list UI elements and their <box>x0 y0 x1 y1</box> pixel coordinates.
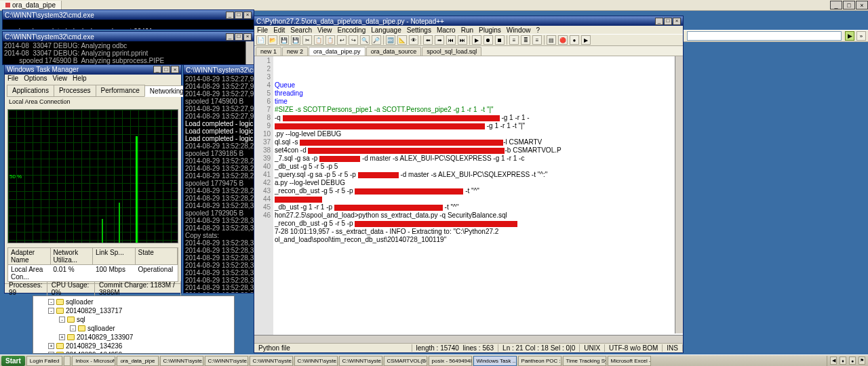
address-bar[interactable] <box>687 31 842 41</box>
toolbar-button[interactable]: ⬅ <box>423 35 433 45</box>
expand-icon[interactable]: + <box>48 352 54 354</box>
tree-node[interactable]: -20140829_133717 <box>48 306 233 315</box>
toolbar-button[interactable]: 📋 <box>314 35 323 45</box>
toolbar-button[interactable]: 👁 <box>409 35 418 45</box>
toolbar-button[interactable]: ≡ <box>509 35 519 45</box>
menu-item[interactable]: Plugins <box>479 26 501 34</box>
menu-item[interactable]: Macro <box>437 26 456 34</box>
tab-processes[interactable]: Processes <box>54 85 96 96</box>
taskbar-button[interactable]: Inbox - Microsoft... <box>72 356 115 366</box>
menu-item[interactable]: Help <box>73 75 87 82</box>
editor-pane[interactable]: 1234567891037383940414243444546 Queuethr… <box>254 56 683 343</box>
toolbar-button[interactable]: ≡ <box>532 35 542 45</box>
taskbar-button[interactable]: posix - 56494948... <box>429 356 472 366</box>
taskbar-button[interactable]: Pantheon POC :... <box>518 356 561 366</box>
file-tab[interactable]: new 1 <box>256 47 281 56</box>
close-icon[interactable]: × <box>243 12 252 19</box>
tray-icon[interactable]: ⚑ <box>859 357 865 365</box>
toolbar-button[interactable]: 🔴 <box>558 35 568 45</box>
expand-icon[interactable]: - <box>59 317 65 323</box>
column-header[interactable]: Network Utiliza... <box>51 248 94 264</box>
taskbar-button[interactable]: C:\WINNT\syste... <box>205 356 248 366</box>
start-button[interactable]: Start <box>1 356 25 366</box>
minimize-icon[interactable]: _ <box>153 66 161 73</box>
tab-performance[interactable]: Performance <box>96 85 145 96</box>
toolbar-button[interactable]: ▶ <box>472 35 481 45</box>
links-button[interactable]: » <box>856 31 866 41</box>
menu-item[interactable]: Run <box>461 26 473 34</box>
file-tab[interactable]: spool_sql_load.sql <box>422 47 481 56</box>
toolbar-button[interactable]: 🔤 <box>386 35 395 45</box>
code-area[interactable]: Queuethreadingtime#SIZE -s SCOTT.Persons… <box>275 81 683 244</box>
menu-item[interactable]: Encoding <box>338 26 366 34</box>
toolbar-button[interactable]: ⏭ <box>458 35 467 45</box>
menu-item[interactable]: File <box>7 75 18 82</box>
file-tab[interactable]: ora_data_pipe.py <box>309 47 366 56</box>
column-header[interactable]: Adapter Name <box>8 248 51 264</box>
taskbar-button[interactable]: Microsoft Excel - B... <box>608 356 651 366</box>
tray-icon[interactable]: ◀ <box>830 357 837 365</box>
go-button[interactable]: ▶ <box>845 31 854 41</box>
close-icon[interactable]: × <box>243 33 252 41</box>
maximize-icon[interactable]: □ <box>235 33 243 41</box>
taskbar-button[interactable]: C:\WINNT\syste... <box>339 356 382 366</box>
scrollbar-horizontal[interactable] <box>254 335 683 343</box>
toolbar-button[interactable]: 📄 <box>256 35 266 45</box>
toolbar-button[interactable]: ✂ <box>302 35 312 45</box>
tree-node[interactable]: +20140829_134259 <box>48 350 233 354</box>
menu-item[interactable]: View <box>53 75 68 82</box>
menu-item[interactable]: View <box>317 26 332 34</box>
maximize-icon[interactable]: □ <box>162 66 170 73</box>
toolbar-button[interactable]: ⏹ <box>495 35 505 45</box>
minimize-icon[interactable]: _ <box>655 18 663 25</box>
tab-applications[interactable]: Applications <box>7 85 54 96</box>
expand-icon[interactable]: - <box>48 308 54 314</box>
tree-node[interactable]: -sqlloader <box>48 298 233 306</box>
toolbar-button[interactable]: 🔎 <box>372 35 381 45</box>
toolbar-button[interactable]: ● <box>570 35 579 45</box>
scrollbar-vertical[interactable] <box>675 56 683 333</box>
menu-item[interactable]: Options <box>24 75 47 82</box>
menu-item[interactable]: Language <box>371 26 401 34</box>
tree-node[interactable]: -sql <box>59 315 233 324</box>
expand-icon[interactable]: - <box>70 325 76 331</box>
tray-icon[interactable]: ● <box>849 357 856 365</box>
toolbar-button[interactable]: 💾 <box>291 35 300 45</box>
menu-item[interactable]: File <box>257 26 268 34</box>
toolbar-button[interactable]: 📐 <box>397 35 407 45</box>
taskbar-button[interactable]: C:\WINNT\syste... <box>160 356 203 366</box>
menu-item[interactable]: ? <box>536 26 540 34</box>
tab-networking[interactable]: Networking <box>144 85 189 97</box>
maximize-icon[interactable]: □ <box>664 18 672 25</box>
taskbar-button[interactable]: ora_data_pipe <box>117 356 158 366</box>
menu-item[interactable]: Edit <box>273 26 285 34</box>
taskbar-button[interactable]: C:\WINNT\syste... <box>294 356 338 366</box>
close-icon[interactable]: × <box>673 18 681 25</box>
toolbar-button[interactable]: 🔍 <box>360 35 370 45</box>
toolbar-button[interactable]: 📋 <box>326 35 335 45</box>
top-close-icon[interactable]: × <box>856 1 868 9</box>
toolbar-button[interactable]: 💾 <box>279 35 289 45</box>
tree-node[interactable]: -sqlloader <box>70 324 233 333</box>
app-tab[interactable]: ora_data_pipe <box>0 1 62 10</box>
taskbar-button[interactable] <box>64 356 71 366</box>
expand-icon[interactable]: + <box>48 343 54 349</box>
menu-item[interactable]: Settings <box>407 26 431 34</box>
tree-node[interactable]: +20140829_133907 <box>59 333 233 342</box>
tree-node[interactable]: +20140829_134236 <box>48 342 233 350</box>
toolbar-button[interactable]: ⏺ <box>484 35 493 45</box>
toolbar-button[interactable]: ▶ <box>581 35 591 45</box>
menu-item[interactable]: Window <box>507 26 531 34</box>
taskbar-button[interactable]: Login Failed <box>26 356 63 366</box>
folder-tree[interactable]: -sqlloader-20140829_133717-sql-sqlloader… <box>33 296 235 354</box>
column-header[interactable]: State <box>136 248 178 264</box>
menu-item[interactable]: Search <box>290 26 312 34</box>
toolbar-button[interactable]: ▤ <box>547 35 556 45</box>
taskbar-button[interactable]: Windows Task ... <box>473 356 517 366</box>
close-icon[interactable]: × <box>171 66 179 73</box>
taskbar-button[interactable]: Time Tracking Sy... <box>563 356 606 366</box>
table-row[interactable]: Local Area Con...0.01 %100 MbpsOperation… <box>8 265 178 281</box>
file-tab[interactable]: ora_data_source <box>366 47 422 56</box>
scrollbar[interactable] <box>245 41 254 64</box>
taskbar-button[interactable]: C:\WINNT\syste... <box>250 356 293 366</box>
